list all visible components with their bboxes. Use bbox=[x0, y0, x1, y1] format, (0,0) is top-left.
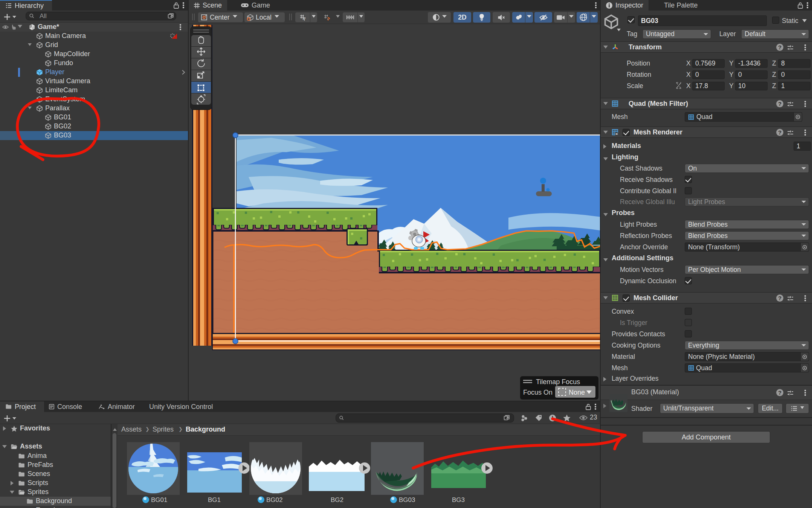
svg-text:Y: Y bbox=[303, 17, 306, 21]
svg-text:None: None bbox=[569, 389, 585, 396]
svg-text:Tilemap Focus: Tilemap Focus bbox=[536, 378, 580, 386]
svg-text:Focus On: Focus On bbox=[523, 389, 553, 396]
